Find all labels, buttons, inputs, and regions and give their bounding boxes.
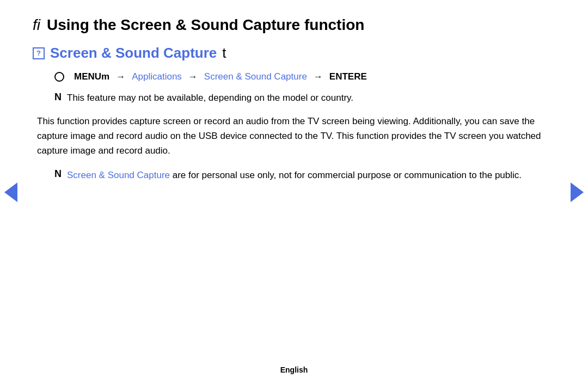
menu-line: MENUm → Applications → Screen & Sound Ca…	[54, 71, 555, 82]
note-2-rest-text: are for personal use only, not for comme…	[170, 170, 522, 180]
note-2: N Screen & Sound Capture are for persona…	[54, 168, 555, 182]
note-1-text: This feature may not be available, depen…	[67, 91, 353, 105]
section-icon: ?	[33, 47, 45, 59]
body-paragraph: This function provides capture screen or…	[37, 114, 555, 159]
note-1-label: N	[54, 92, 62, 103]
arrow-3: →	[314, 71, 323, 82]
note-2-label: N	[54, 168, 62, 180]
arrow-1: →	[116, 71, 125, 82]
title-text: Using the Screen & Sound Capture functio…	[47, 16, 364, 34]
main-title: fi Using the Screen & Sound Capture func…	[33, 0, 555, 45]
menu-label: MENUm	[74, 71, 109, 82]
section-heading: ? Screen & Sound Capture t	[33, 45, 555, 62]
arrow-2: →	[188, 71, 198, 82]
note-2-text: Screen & Sound Capture are for personal …	[67, 168, 522, 182]
nav-arrow-left[interactable]	[4, 182, 17, 202]
section-heading-text: Screen & Sound Capture	[50, 45, 217, 62]
note-2-blue-text: Screen & Sound Capture	[67, 170, 170, 180]
nav-arrow-right[interactable]	[571, 182, 584, 202]
applications-link: Applications	[132, 71, 182, 82]
heading-suffix: t	[222, 45, 226, 62]
footer-text: English	[280, 365, 308, 374]
circle-icon	[54, 72, 64, 82]
screen-sound-link: Screen & Sound Capture	[204, 71, 307, 82]
entere-label: ENTERE	[329, 71, 367, 82]
page-container: fi Using the Screen & Sound Capture func…	[0, 0, 588, 384]
note-1: N This feature may not be available, dep…	[54, 91, 555, 105]
fi-char: fi	[33, 16, 40, 34]
